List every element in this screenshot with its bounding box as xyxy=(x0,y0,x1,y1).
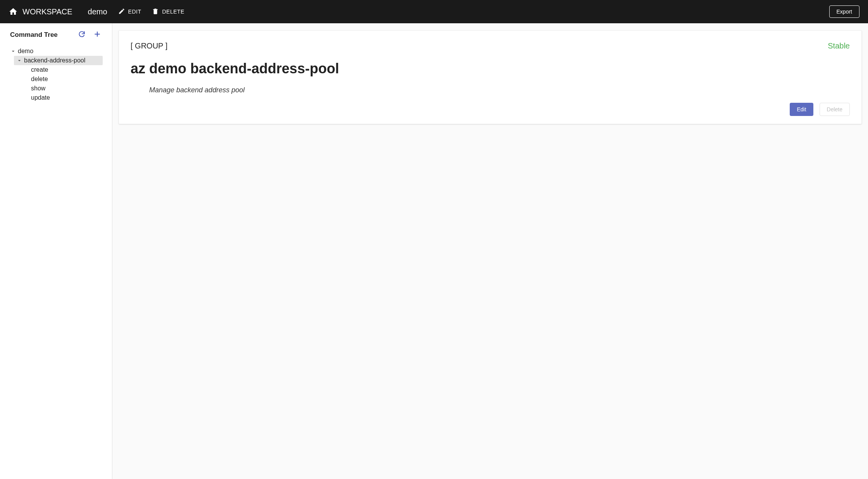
tree-node-label: update xyxy=(31,94,50,101)
card-edit-button[interactable]: Edit xyxy=(790,103,813,116)
trash-icon xyxy=(152,8,159,16)
command-title: az demo backend-address-pool xyxy=(131,61,850,77)
chevron-down-icon xyxy=(10,48,16,54)
card-delete-button[interactable]: Delete xyxy=(820,103,850,116)
card-header: [ GROUP ] Stable xyxy=(131,42,850,50)
delete-button[interactable]: DELETE xyxy=(152,8,184,16)
status-badge: Stable xyxy=(828,42,850,50)
main-content: [ GROUP ] Stable az demo backend-address… xyxy=(112,23,868,479)
add-button[interactable] xyxy=(93,30,102,40)
delete-label: DELETE xyxy=(162,9,184,15)
edit-label: EDIT xyxy=(128,9,141,15)
tree-node-show[interactable]: show xyxy=(0,84,112,93)
tree-node-label: delete xyxy=(31,76,48,83)
refresh-button[interactable] xyxy=(77,30,86,40)
tree-node-delete[interactable]: delete xyxy=(0,74,112,84)
edit-button[interactable]: EDIT xyxy=(118,8,141,16)
tree-node-demo[interactable]: demo xyxy=(0,47,112,56)
layout: Command Tree demo xyxy=(0,23,868,479)
sidebar-header: Command Tree xyxy=(0,30,112,40)
tree-node-label: show xyxy=(31,85,45,92)
export-button[interactable]: Export xyxy=(829,5,859,18)
tree-node-update[interactable]: update xyxy=(0,93,112,102)
workspace-name: demo xyxy=(88,7,107,16)
tree-node-label: create xyxy=(31,66,48,73)
sidebar-title: Command Tree xyxy=(10,31,77,39)
workspace-link[interactable]: WORKSPACE xyxy=(22,7,72,16)
sidebar: Command Tree demo xyxy=(0,23,112,479)
refresh-icon xyxy=(78,30,86,40)
plus-icon xyxy=(93,30,101,40)
appbar: WORKSPACE demo EDIT DELETE Export xyxy=(0,0,868,23)
group-tag: [ GROUP ] xyxy=(131,42,167,50)
pencil-icon xyxy=(118,8,125,16)
tree-node-label: backend-address-pool xyxy=(24,57,85,64)
command-description: Manage backend address pool xyxy=(149,86,850,94)
tree-node-backend-address-pool[interactable]: backend-address-pool xyxy=(14,56,103,65)
card-actions: Edit Delete xyxy=(131,103,850,116)
detail-card: [ GROUP ] Stable az demo backend-address… xyxy=(119,30,862,124)
tree-node-create[interactable]: create xyxy=(0,65,112,74)
chevron-down-icon xyxy=(16,57,22,64)
home-icon[interactable] xyxy=(9,7,18,16)
tree-node-label: demo xyxy=(18,48,33,55)
command-tree: demo backend-address-pool create delete … xyxy=(0,47,112,102)
